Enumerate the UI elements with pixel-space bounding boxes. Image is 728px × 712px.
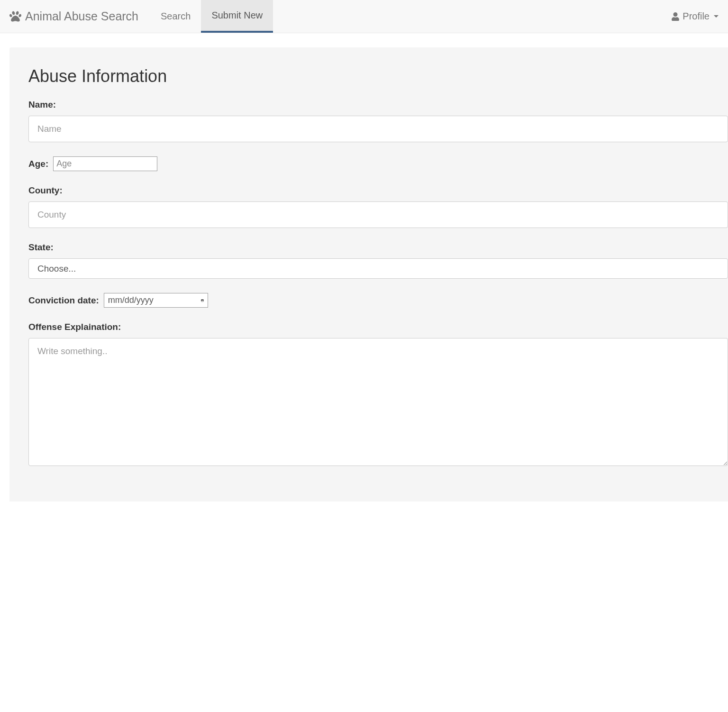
- nav-item-submit-new[interactable]: Submit New: [201, 0, 273, 33]
- nav-item-label: Search: [161, 11, 191, 22]
- state-select[interactable]: Choose...: [28, 258, 728, 279]
- user-icon: [671, 12, 680, 21]
- name-label: Name:: [28, 100, 728, 110]
- nav-left: Search Submit New: [150, 0, 273, 33]
- age-input[interactable]: [53, 156, 157, 171]
- chevron-down-icon: [714, 15, 719, 18]
- state-label: State:: [28, 242, 728, 253]
- name-input[interactable]: [28, 116, 728, 142]
- main-container: Abuse Information Name: Age: County: Sta…: [0, 33, 728, 502]
- offense-label: Offense Explaination:: [28, 322, 728, 332]
- form-group-county: County:: [28, 185, 728, 228]
- form-panel: Abuse Information Name: Age: County: Sta…: [9, 47, 728, 502]
- navbar-brand[interactable]: Animal Abuse Search: [9, 0, 138, 33]
- conviction-date-label: Conviction date:: [28, 295, 99, 306]
- nav-item-label: Submit New: [211, 10, 263, 21]
- paw-icon: [9, 10, 21, 22]
- county-input[interactable]: [28, 201, 728, 228]
- offense-textarea[interactable]: [28, 338, 728, 466]
- form-group-conviction-date: Conviction date: mm/dd/yyyy: [28, 293, 728, 308]
- form-group-age: Age:: [28, 156, 728, 171]
- conviction-date-input[interactable]: mm/dd/yyyy: [104, 293, 208, 308]
- nav-right: Profile: [671, 0, 719, 33]
- form-group-state: State: Choose...: [28, 242, 728, 279]
- navbar: Animal Abuse Search Search Submit New Pr…: [0, 0, 728, 33]
- age-label: Age:: [28, 159, 48, 169]
- nav-item-search[interactable]: Search: [150, 0, 201, 33]
- profile-label: Profile: [682, 11, 710, 22]
- profile-dropdown[interactable]: Profile: [671, 11, 719, 22]
- svg-rect-1: [201, 300, 203, 300]
- calendar-icon: [201, 296, 204, 305]
- form-group-name: Name:: [28, 100, 728, 142]
- date-placeholder: mm/dd/yyyy: [108, 295, 154, 305]
- form-group-offense: Offense Explaination:: [28, 322, 728, 468]
- brand-text: Animal Abuse Search: [25, 9, 138, 23]
- page-title: Abuse Information: [28, 66, 728, 86]
- county-label: County:: [28, 185, 728, 196]
